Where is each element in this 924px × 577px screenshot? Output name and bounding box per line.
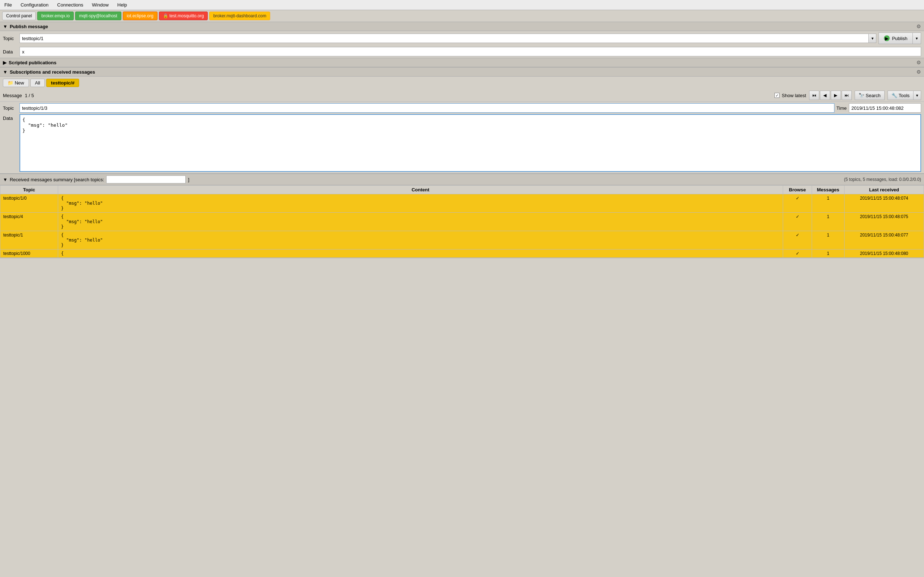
detail-time-input[interactable] bbox=[849, 103, 921, 113]
cell-last-received: 2019/11/15 15:00:48:080 bbox=[845, 250, 924, 258]
tab-broker-emqx[interactable]: broker.emqx.io bbox=[37, 11, 74, 20]
publish-section-header[interactable]: ▼ Publish message ⚙ bbox=[0, 22, 924, 31]
cell-last-received: 2019/11/15 15:00:48:075 bbox=[845, 213, 924, 231]
folder-icon: 📁 bbox=[8, 80, 13, 85]
tab-mqtt-dashboard[interactable]: broker.mqtt-dashboard.com bbox=[209, 11, 270, 20]
subscriptions-section-title: Subscriptions and received messages bbox=[10, 69, 95, 75]
detail-time-label: Time bbox=[837, 105, 847, 111]
table-header-row: Topic Content Browse Messages Last recei… bbox=[0, 185, 924, 194]
connection-tabs: Control panel broker.emqx.io mqtt-spy@lo… bbox=[0, 10, 924, 22]
nav-next-button[interactable]: ▶ bbox=[831, 90, 841, 100]
scripted-gear-icon[interactable]: ⚙ bbox=[916, 60, 921, 65]
cell-content: { "msg": "hello" } bbox=[58, 213, 783, 231]
cell-last-received: 2019/11/15 15:00:48:077 bbox=[845, 231, 924, 250]
scripted-section-header[interactable]: ▶ Scripted publications ⚙ bbox=[0, 58, 924, 67]
cell-topic: testtopic/1 bbox=[0, 231, 58, 250]
detail-data-textarea[interactable]: { "msg": "hello" } bbox=[19, 114, 921, 172]
tools-button[interactable]: 🔧 Tools bbox=[887, 90, 913, 100]
col-header-messages: Messages bbox=[812, 185, 845, 194]
table-row[interactable]: testtopic/1000 { ✓ 1 2019/11/15 15:00:48… bbox=[0, 250, 924, 258]
testtopic-tab[interactable]: testtopic/# bbox=[46, 79, 79, 87]
cell-browse[interactable]: ✓ bbox=[783, 194, 812, 213]
publish-collapse-icon: ▼ bbox=[3, 24, 8, 29]
cell-messages: 1 bbox=[812, 194, 845, 213]
cell-topic: testtopic/1000 bbox=[0, 250, 58, 258]
menu-window[interactable]: Window bbox=[91, 2, 110, 8]
publish-btn-arrow[interactable]: ▼ bbox=[913, 32, 921, 44]
menu-connections[interactable]: Connections bbox=[56, 2, 84, 8]
subscriptions-section-header[interactable]: ▼ Subscriptions and received messages ⚙ bbox=[0, 68, 924, 77]
scripted-section: ▶ Scripted publications ⚙ bbox=[0, 58, 924, 68]
new-subscription-tab[interactable]: 📁 New bbox=[3, 79, 29, 87]
menu-file[interactable]: File bbox=[3, 2, 13, 8]
tab-control-panel[interactable]: Control panel bbox=[2, 11, 36, 20]
publish-topic-row: Topic ▼ ▶ Publish ▼ bbox=[0, 31, 924, 45]
cell-browse[interactable]: ✓ bbox=[783, 250, 812, 258]
cell-browse[interactable]: ✓ bbox=[783, 213, 812, 231]
binoculars-icon: 🔭 bbox=[859, 93, 864, 98]
nav-prev-button[interactable]: ◀ bbox=[820, 90, 830, 100]
summary-stats: (5 topics, 5 messages, load: 0.0/0.2/0.0… bbox=[844, 177, 921, 182]
search-btn-label: Search bbox=[866, 93, 880, 98]
publish-button[interactable]: ▶ Publish bbox=[879, 32, 913, 44]
publish-btn-label: Publish bbox=[892, 36, 907, 41]
message-number: 1 / 5 bbox=[25, 93, 34, 98]
publish-topic-input[interactable] bbox=[19, 34, 868, 43]
cell-messages: 1 bbox=[812, 250, 845, 258]
testtopic-tab-label: testtopic/# bbox=[51, 80, 74, 85]
publish-topic-dropdown[interactable]: ▼ bbox=[868, 34, 876, 43]
subscription-tabs-row: 📁 New All testtopic/# bbox=[0, 77, 924, 89]
show-latest-checkbox[interactable]: ✓ bbox=[774, 93, 779, 98]
col-header-content: Content bbox=[58, 185, 783, 194]
publish-btn-group: ▶ Publish ▼ bbox=[879, 32, 921, 44]
subscriptions-gear-icon[interactable]: ⚙ bbox=[916, 69, 921, 75]
scripted-section-title: Scripted publications bbox=[9, 60, 56, 65]
table-row[interactable]: testtopic/1 { "msg": "hello" } ✓ 1 2019/… bbox=[0, 231, 924, 250]
detail-topic-input[interactable] bbox=[19, 103, 834, 113]
nav-last-button[interactable]: ⏭ bbox=[842, 90, 852, 100]
new-tab-label: New bbox=[15, 80, 24, 85]
detail-topic-label: Topic bbox=[3, 105, 17, 111]
tools-dropdown-button[interactable]: ▼ bbox=[913, 90, 921, 100]
all-tab-label: All bbox=[35, 80, 40, 85]
message-detail-area: Topic Time Data { "msg": "hello" } bbox=[0, 102, 924, 173]
subscriptions-collapse-icon: ▼ bbox=[3, 69, 8, 75]
detail-topic-row: Topic Time bbox=[3, 103, 921, 113]
cell-browse[interactable]: ✓ bbox=[783, 231, 812, 250]
publish-topic-label: Topic bbox=[3, 36, 17, 41]
publish-topic-combo: ▼ bbox=[19, 34, 876, 43]
menu-help[interactable]: Help bbox=[116, 2, 129, 8]
tools-btn-label: Tools bbox=[899, 93, 909, 98]
publish-section: ▼ Publish message ⚙ Topic ▼ ▶ Publish ▼ … bbox=[0, 22, 924, 58]
tab-iot-eclipse[interactable]: iot.eclipse.org bbox=[123, 11, 158, 20]
table-row[interactable]: testtopic/4 { "msg": "hello" } ✓ 1 2019/… bbox=[0, 213, 924, 231]
publish-gear-icon[interactable]: ⚙ bbox=[916, 24, 921, 29]
menubar: File Configuration Connections Window He… bbox=[0, 0, 924, 10]
cell-topic: testtopic/4 bbox=[0, 213, 58, 231]
search-button[interactable]: 🔭 Search bbox=[855, 90, 885, 100]
summary-search-input[interactable] bbox=[106, 176, 185, 184]
summary-table: Topic Content Browse Messages Last recei… bbox=[0, 185, 924, 258]
table-row[interactable]: testtopic/1/0 { "msg": "hello" } ✓ 1 201… bbox=[0, 194, 924, 213]
message-nav-group: ⏮ ◀ ▶ ⏭ bbox=[809, 90, 852, 100]
show-latest-row: ✓ Show latest bbox=[774, 93, 806, 98]
subscriptions-section: ▼ Subscriptions and received messages ⚙ … bbox=[0, 68, 924, 258]
tab-test-mosquitto[interactable]: 🔒 test.mosquitto.org bbox=[159, 11, 208, 20]
menu-configuration[interactable]: Configuration bbox=[19, 2, 50, 8]
tab-mqtt-spy[interactable]: mqtt-spy@localhost bbox=[75, 11, 121, 20]
col-header-last-received: Last received bbox=[845, 185, 924, 194]
cell-messages: 1 bbox=[812, 231, 845, 250]
col-header-topic: Topic bbox=[0, 185, 58, 194]
scripted-collapse-icon: ▶ bbox=[3, 60, 6, 65]
nav-first-button[interactable]: ⏮ bbox=[809, 90, 819, 100]
cell-content: { "msg": "hello" } bbox=[58, 231, 783, 250]
all-messages-tab[interactable]: All bbox=[31, 79, 45, 87]
cell-messages: 1 bbox=[812, 213, 845, 231]
publish-data-input[interactable] bbox=[19, 47, 921, 56]
cell-last-received: 2019/11/15 15:00:48:074 bbox=[845, 194, 924, 213]
detail-data-label: Data bbox=[3, 114, 17, 121]
tools-btn-group: 🔧 Tools ▼ bbox=[887, 90, 921, 100]
message-label: Message bbox=[3, 93, 22, 98]
publish-data-label: Data bbox=[3, 49, 17, 55]
publish-icon: ▶ bbox=[884, 35, 890, 41]
